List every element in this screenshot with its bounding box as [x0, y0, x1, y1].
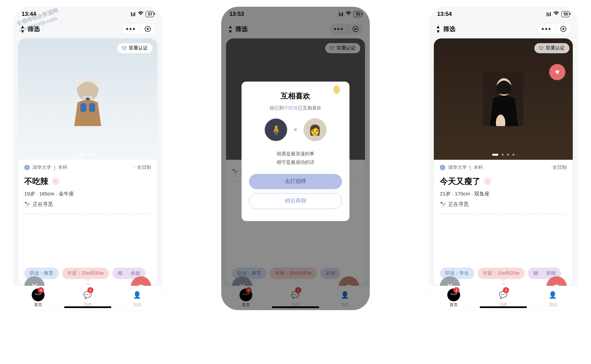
telescope-icon: 🔭 [440, 202, 446, 208]
tab-messages[interactable]: 💬消息0 [81, 289, 94, 308]
profile-name: 不吃辣 [24, 176, 49, 187]
match-modal: 互相喜欢 你已和不吃辣已互相喜欢 🧍 ♥ 👩 相遇是最浪漫的事相守是最感动的话 … [242, 82, 349, 221]
modal-subtitle: 你已和不吃辣已互相喜欢 [249, 105, 342, 111]
profile-card[interactable]: 🛡双重认证 ✓清华大学|本科 · 全日制 不吃辣♀ 19岁 · 165cm · … [18, 38, 157, 286]
profile-stats: 19岁 · 165cm · 金牛座 [24, 191, 151, 197]
signal-icon: ⁞ıl [131, 11, 135, 18]
profile-stats: 21岁 · 170cm · 双鱼座 [440, 191, 567, 197]
more-icon [542, 28, 551, 30]
telescope-icon: 🔭 [24, 202, 31, 208]
time: 13:44 [22, 11, 36, 18]
battery-icon: 55 [561, 11, 569, 17]
liked-heart-badge: ♥ [549, 64, 565, 80]
tab-me[interactable]: 👤我的 [546, 289, 559, 308]
target-icon [145, 26, 151, 32]
svg-rect-3 [80, 103, 86, 112]
tag-area: 职业：教育 年薪：20w到30w 婚 未婚 ✕ ♥ ⌄⌄ [18, 262, 157, 286]
phone-screen-3: 13:54 ⁞ıl55 ▲▼筛选 🛡双重认证 ♥ ✓清华大学|本科 · 全日制 … [429, 7, 578, 310]
badge: 4 [38, 287, 44, 293]
gender-icon: ♀ [484, 178, 491, 185]
tab-me[interactable]: 👤我的 [131, 289, 144, 308]
svg-rect-4 [89, 103, 95, 112]
profile-card[interactable]: 🛡双重认证 ♥ ✓清华大学|本科 · 全日制 今天又瘦了♀ 21岁 · 170c… [434, 38, 573, 286]
sort-icon: ▲▼ [20, 24, 25, 34]
wifi-icon [553, 11, 559, 18]
education-row: ✓清华大学|本科 · 全日制 [440, 164, 567, 171]
wifi-icon [138, 11, 144, 18]
phone-screen-1: 全都有综合资源网douyouvip.com 13:44 ⁞ıl 57 ▲▼筛选 … [13, 7, 162, 310]
header: ▲▼筛选 [13, 22, 162, 38]
sort-icon: ▲▼ [436, 24, 441, 34]
status-bar: 13:44 ⁞ıl 57 [13, 7, 162, 22]
profile-name: 今天又瘦了 [440, 176, 480, 187]
filter-button[interactable]: ▲▼筛选 [20, 24, 40, 34]
user-icon: 👤 [131, 289, 144, 301]
phone-screen-2: 13:53 ⁞ıl55 ▲▼筛选 🛡双重认证 🔭正在寻觅 职业：教育 年薪：20… [221, 7, 370, 310]
badge: 0 [87, 287, 93, 293]
greet-button[interactable]: 去打招呼 [249, 174, 342, 189]
avatar-other: 👩 [303, 118, 327, 142]
more-icon [126, 28, 135, 30]
verified-icon: ✓ [24, 165, 30, 170]
tab-home[interactable]: 〰首页1 [447, 289, 460, 308]
moon-icon [333, 85, 343, 94]
seeking-status: 🔭正在寻觅 [440, 201, 567, 208]
gender-icon: ♀ [52, 178, 59, 185]
verified-icon: ✓ [440, 165, 445, 170]
tab-home[interactable]: 〰首页4 [32, 289, 45, 308]
signal-icon: ⁞ıl [546, 11, 551, 18]
battery-icon: 57 [146, 11, 154, 17]
time: 13:54 [437, 11, 452, 18]
photo-carousel[interactable]: 🛡双重认证 ♥ [434, 38, 573, 160]
tag-area: 职业：学生 年薪：10w到20w 婚 未婚 ✕ ♥ ⌄⌄ [434, 262, 573, 286]
miniprogram-capsule[interactable] [537, 24, 571, 34]
modal-poem: 相遇是最浪漫的事相守是最感动的话 [249, 150, 342, 166]
later-button[interactable]: 稍后再聊 [249, 193, 342, 209]
chevron-down-icon: ⌄⌄ [85, 276, 91, 284]
target-icon [560, 26, 566, 32]
user-icon: 👤 [546, 289, 559, 301]
tabbar: 〰首页1 💬消息0 👤我的 [429, 286, 578, 310]
seeking-status: 🔭正在寻觅 [24, 201, 151, 208]
heart-icon: ♥ [294, 127, 297, 133]
tab-messages[interactable]: 💬消息0 [497, 289, 510, 308]
education-row: ✓清华大学|本科 · 全日制 [24, 164, 151, 171]
avatar-self: 🧍 [264, 118, 288, 142]
tabbar: 〰首页4 💬消息0 👤我的 [13, 286, 162, 310]
carousel-dots [492, 154, 514, 156]
chevron-down-icon: ⌄⌄ [501, 276, 506, 284]
header: ▲▼筛选 [429, 22, 578, 38]
filter-button[interactable]: ▲▼筛选 [436, 24, 455, 34]
miniprogram-capsule[interactable] [122, 24, 155, 34]
carousel-dots [79, 154, 96, 156]
verify-badge: 🛡双重认证 [534, 43, 569, 53]
avatar-row: 🧍 ♥ 👩 [249, 118, 342, 142]
modal-title: 互相喜欢 [249, 91, 342, 101]
verify-badge: 🛡双重认证 [117, 43, 152, 53]
photo-carousel[interactable]: 🛡双重认证 [18, 38, 157, 160]
status-bar: 13:54 ⁞ıl55 [429, 7, 578, 22]
shield-icon: 🛡 [122, 46, 127, 51]
